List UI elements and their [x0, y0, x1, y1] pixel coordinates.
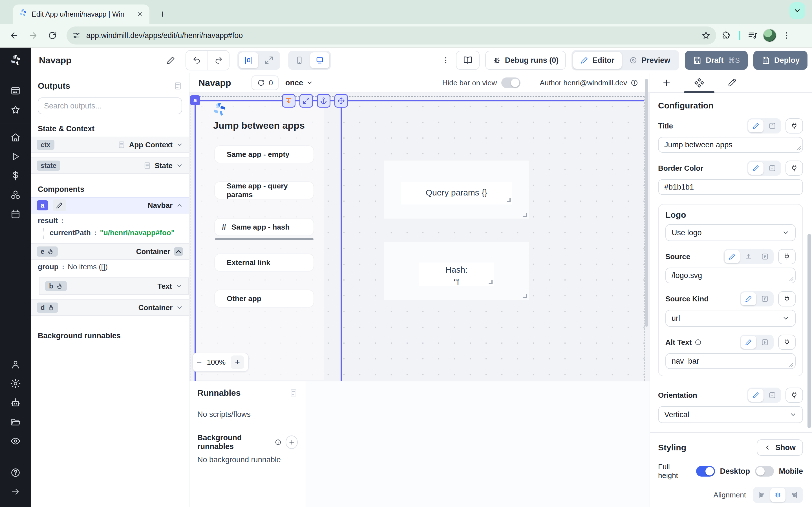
- component-a-row[interactable]: a Navbar: [31, 197, 189, 214]
- search-outputs-input[interactable]: [38, 98, 182, 114]
- undo-button[interactable]: [186, 51, 207, 70]
- fx-expression-icon[interactable]: [757, 336, 772, 349]
- sidebar-runs-icon[interactable]: [0, 147, 31, 166]
- tab-close-icon[interactable]: [135, 9, 145, 19]
- sidebar-resources-icon[interactable]: [0, 185, 31, 205]
- zoom-out-button[interactable]: −: [197, 357, 202, 367]
- static-pencil-icon[interactable]: [725, 250, 740, 263]
- tab-component-settings[interactable]: [683, 73, 716, 93]
- mobile-preview-button[interactable]: [290, 52, 309, 68]
- sidebar-apps-icon[interactable]: [0, 81, 31, 100]
- url-bar[interactable]: app.windmill.dev/apps/edit/u/henri/navap…: [66, 26, 716, 45]
- debug-runs-button[interactable]: Debug runs (0): [485, 51, 566, 70]
- desktop-preview-button[interactable]: [310, 52, 329, 68]
- connect-plug-icon[interactable]: [785, 388, 803, 403]
- nav-item-other-app[interactable]: Other app: [215, 290, 313, 307]
- component-e-row[interactable]: e Container: [31, 243, 189, 260]
- windmill-logo[interactable]: [0, 48, 31, 73]
- add-background-runnable-button[interactable]: [286, 436, 298, 449]
- nav-item-same-app-query-params[interactable]: Same app - query params: [215, 182, 313, 199]
- runnables-doc-icon[interactable]: [289, 389, 298, 397]
- sidebar-favorites-icon[interactable]: [0, 100, 31, 119]
- mobile-toggle[interactable]: [755, 466, 774, 476]
- component-d-row[interactable]: d Container: [31, 299, 189, 316]
- state-row[interactable]: state State: [31, 158, 189, 174]
- fx-expression-icon[interactable]: [765, 389, 780, 402]
- resize-corner-icon[interactable]: [523, 213, 527, 217]
- styling-show-button[interactable]: Show: [757, 439, 803, 456]
- fx-expression-icon[interactable]: [765, 162, 780, 175]
- resize-corner-icon[interactable]: [523, 294, 527, 298]
- resize-corner-icon[interactable]: [489, 280, 493, 284]
- tab-editor[interactable]: Editor: [573, 52, 622, 69]
- browser-profile-avatar[interactable]: [763, 29, 776, 42]
- title-input[interactable]: Jump between apps: [658, 137, 803, 153]
- reload-icon[interactable]: [44, 27, 61, 44]
- connect-plug-icon[interactable]: [785, 118, 803, 133]
- fx-expression-icon[interactable]: [765, 119, 780, 132]
- settings-scrollbar[interactable]: [808, 234, 811, 428]
- bookmark-star-icon[interactable]: [702, 31, 711, 40]
- align-end-icon[interactable]: [786, 488, 802, 502]
- ctx-row[interactable]: ctx App Context: [31, 136, 189, 153]
- align-start-icon[interactable]: [754, 488, 769, 502]
- sidebar-variables-icon[interactable]: [0, 166, 31, 185]
- query-params-text[interactable]: Query params {}: [401, 182, 512, 205]
- site-settings-icon[interactable]: [72, 31, 81, 40]
- static-pencil-icon[interactable]: [748, 119, 763, 132]
- anchor-icon[interactable]: [317, 94, 331, 108]
- move-icon[interactable]: [335, 94, 348, 108]
- docs-book-button[interactable]: [456, 51, 479, 70]
- connect-plug-icon[interactable]: [778, 249, 796, 264]
- full-width-canvas-button[interactable]: [259, 52, 278, 68]
- tab-search-button[interactable]: [790, 2, 805, 19]
- sidebar-workers-icon[interactable]: [0, 355, 31, 374]
- refresh-mode-select[interactable]: once: [285, 78, 313, 87]
- deploy-button[interactable]: Deploy: [753, 51, 808, 70]
- resize-corner-icon[interactable]: [507, 198, 511, 202]
- new-tab-button[interactable]: [155, 7, 170, 21]
- connect-plug-icon[interactable]: [778, 291, 796, 306]
- nav-item-same-app-empty[interactable]: Same app - empty: [215, 146, 313, 163]
- more-options-kebab-icon[interactable]: [441, 56, 450, 64]
- full-height-toggle[interactable]: [696, 466, 715, 476]
- nav-item-same-app-hash[interactable]: # Same app - hash: [215, 219, 313, 235]
- sidebar-schedules-icon[interactable]: [0, 205, 31, 224]
- component-d-chevron-down-icon[interactable]: [176, 304, 183, 311]
- redo-button[interactable]: [207, 51, 229, 70]
- zoom-in-button[interactable]: +: [231, 355, 244, 369]
- query-params-container[interactable]: Query params {}: [384, 161, 529, 219]
- static-pencil-icon[interactable]: [748, 389, 763, 402]
- fx-expression-icon[interactable]: [757, 250, 772, 263]
- border-color-input[interactable]: #b1b1b1: [658, 179, 803, 195]
- logo-select[interactable]: Use logo: [665, 224, 796, 241]
- forward-icon[interactable]: [25, 27, 42, 44]
- connect-plug-icon[interactable]: [778, 335, 796, 350]
- sidebar-home-icon[interactable]: [0, 128, 31, 147]
- rename-app-pencil-icon[interactable]: [166, 56, 175, 65]
- tab-preview[interactable]: Preview: [622, 52, 677, 69]
- ctx-chevron-down-icon[interactable]: [176, 141, 183, 149]
- app-canvas[interactable]: a Jump between apps Same app - empty Sam…: [190, 93, 650, 381]
- refresh-count-button[interactable]: 0: [252, 75, 278, 90]
- hide-bar-toggle[interactable]: [501, 77, 520, 88]
- draft-button[interactable]: Draft ⌘S: [685, 51, 748, 70]
- browser-tab[interactable]: Edit App u/henri/navapp | Win: [13, 4, 149, 24]
- sidebar-help-icon[interactable]: [0, 463, 31, 482]
- state-chevron-down-icon[interactable]: [176, 162, 183, 169]
- back-icon[interactable]: [6, 27, 22, 44]
- align-center-icon[interactable]: [770, 488, 785, 502]
- static-pencil-icon[interactable]: [748, 162, 763, 175]
- sidebar-folders-icon[interactable]: [0, 412, 31, 432]
- sidebar-collapse-icon[interactable]: [0, 482, 31, 501]
- component-a-canvas-badge[interactable]: a: [190, 95, 200, 105]
- component-b-chevron-down-icon[interactable]: [175, 283, 183, 290]
- tab-insert-component[interactable]: [650, 73, 683, 93]
- hash-container[interactable]: Hash: "f: [384, 242, 529, 300]
- centered-canvas-button[interactable]: [239, 52, 258, 68]
- component-e-chevron-up-icon[interactable]: [174, 247, 183, 256]
- hash-text[interactable]: Hash: "f: [419, 263, 494, 286]
- connect-plug-icon[interactable]: [785, 161, 803, 176]
- orientation-select[interactable]: Vertical: [658, 406, 803, 423]
- tab-component-styling[interactable]: [716, 73, 748, 93]
